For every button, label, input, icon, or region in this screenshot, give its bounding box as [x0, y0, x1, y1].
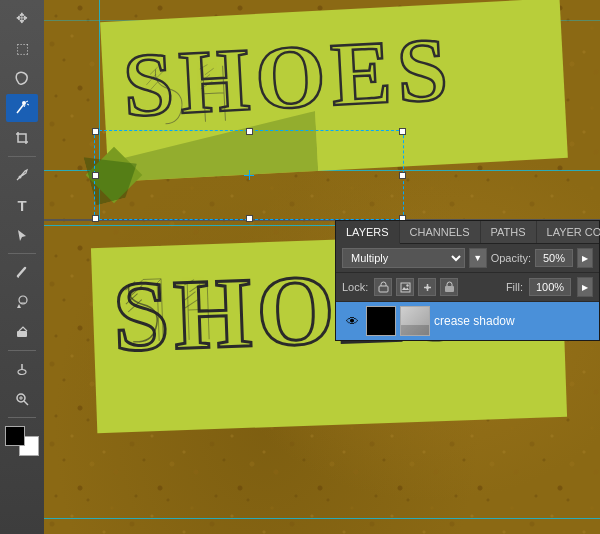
tab-layer-comps[interactable]: LAYER COMPS [537, 221, 600, 243]
pen-tool[interactable] [6, 161, 38, 189]
handle-tr[interactable] [399, 128, 406, 135]
lock-image-btn[interactable] [396, 278, 414, 296]
handle-bm[interactable] [246, 215, 253, 222]
tool-divider-2 [8, 253, 36, 254]
svg-rect-3 [17, 331, 27, 337]
svg-rect-14 [445, 286, 454, 292]
lock-icons [374, 278, 458, 296]
svg-line-7 [24, 401, 28, 405]
select-rect-tool[interactable]: ⬚ [6, 34, 38, 62]
svg-point-2 [19, 296, 27, 304]
lasso-tool[interactable] [6, 64, 38, 92]
foreground-color[interactable] [5, 426, 25, 446]
handle-tm[interactable] [246, 128, 253, 135]
layer-thumbnail-black [366, 306, 396, 336]
path-select-tool[interactable] [6, 221, 38, 249]
svg-point-1 [19, 176, 22, 179]
eraser-tool[interactable] [6, 318, 38, 346]
tool-divider-4 [8, 417, 36, 418]
canvas-area: SHOES [44, 0, 600, 534]
opacity-input[interactable] [535, 249, 573, 267]
svg-point-13 [426, 286, 429, 289]
layer-item-crease-shadow[interactable]: 👁 crease shadow [336, 302, 599, 340]
svg-point-12 [406, 284, 408, 286]
tool-divider-3 [8, 350, 36, 351]
layers-panel: LAYERS CHANNELS PATHS LAYER COMPS Multip… [335, 220, 600, 341]
move-tool[interactable]: ✥ [6, 4, 38, 32]
layer-name: crease shadow [434, 314, 593, 328]
handle-bl[interactable] [92, 215, 99, 222]
opacity-label: Opacity: [491, 252, 531, 264]
app-container: ✥ ⬚ T [0, 0, 600, 534]
lock-label: Lock: [342, 281, 368, 293]
zoom-tool[interactable] [6, 385, 38, 413]
lock-row: Lock: Fill: ▶ [336, 273, 599, 302]
fill-input[interactable] [529, 278, 571, 296]
fill-label: Fill: [506, 281, 523, 293]
color-picker[interactable] [5, 426, 39, 456]
handle-mr[interactable] [399, 172, 406, 179]
lock-transparent-btn[interactable] [374, 278, 392, 296]
svg-point-4 [18, 370, 26, 375]
tab-channels[interactable]: CHANNELS [400, 221, 481, 243]
crop-tool[interactable] [6, 124, 38, 152]
transform-handles-top [94, 130, 404, 220]
layer-visibility-toggle[interactable]: 👁 [342, 311, 362, 331]
type-tool[interactable]: T [6, 191, 38, 219]
toolbar: ✥ ⬚ T [0, 0, 44, 534]
dodge-tool[interactable] [6, 355, 38, 383]
handle-tl[interactable] [92, 128, 99, 135]
guide-h-bottom-bottom [44, 518, 600, 519]
top-section: SHOES [44, 0, 600, 220]
blend-mode-select[interactable]: Multiply [342, 248, 465, 268]
tab-layers[interactable]: LAYERS [336, 221, 400, 244]
lock-all-btn[interactable] [440, 278, 458, 296]
clone-stamp-tool[interactable] [6, 288, 38, 316]
wand-tool[interactable] [6, 94, 38, 122]
svg-point-0 [22, 101, 26, 105]
svg-rect-10 [379, 286, 388, 292]
tab-paths[interactable]: PATHS [481, 221, 537, 243]
svg-rect-11 [401, 283, 410, 292]
opacity-arrow[interactable]: ▶ [577, 248, 593, 268]
brush-tool[interactable] [6, 258, 38, 286]
lock-position-btn[interactable] [418, 278, 436, 296]
blend-mode-arrow[interactable]: ▼ [469, 248, 487, 268]
handle-ml[interactable] [92, 172, 99, 179]
tool-divider-1 [8, 156, 36, 157]
blend-mode-row: Multiply ▼ Opacity: ▶ [336, 244, 599, 273]
layer-thumbnail-mask [400, 306, 430, 336]
eye-icon: 👁 [346, 314, 359, 329]
fill-arrow[interactable]: ▶ [577, 277, 593, 297]
panel-tabs: LAYERS CHANNELS PATHS LAYER COMPS [336, 221, 599, 244]
